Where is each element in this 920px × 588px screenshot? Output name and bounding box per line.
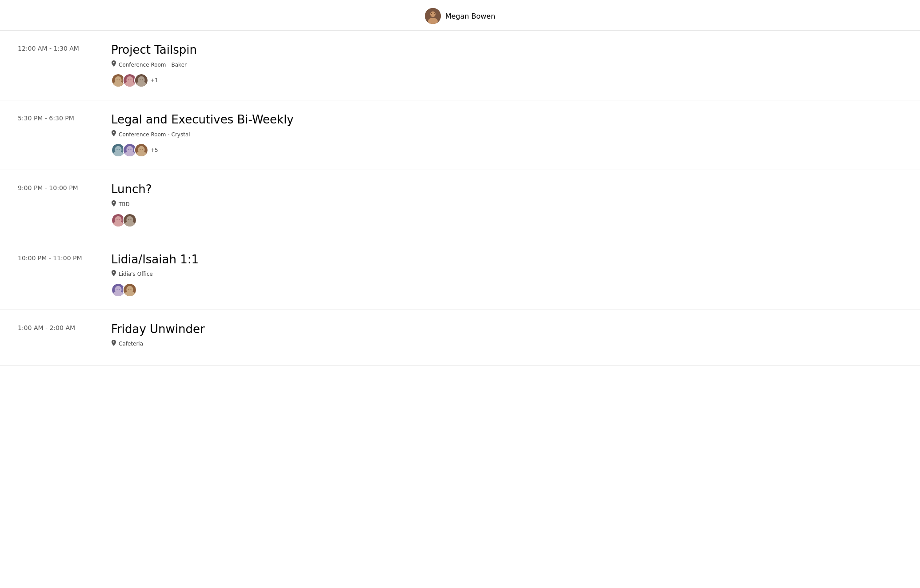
event-time: 12:00 AM - 1:30 AM [18,43,89,52]
location-pin-icon [111,270,116,278]
location-text: Conference Room - Baker [119,62,187,68]
event-location: Conference Room - Crystal [111,130,902,139]
attendee-extra-count: +5 [150,147,158,153]
avatar-group [111,283,137,297]
avatar [425,8,441,24]
svg-point-1 [430,12,436,17]
event-details: Friday Unwinder Cafeteria [111,322,902,353]
avatar-group [111,213,137,227]
attendees-group: +1 [111,73,902,87]
svg-point-39 [119,219,120,220]
event-location: Conference Room - Baker [111,60,902,69]
svg-point-44 [130,219,131,220]
event-location: Lidia's Office [111,270,902,278]
svg-point-48 [116,289,117,290]
event-title: Lidia/Isaiah 1:1 [111,253,902,266]
location-text: Conference Room - Crystal [119,131,190,138]
event-row[interactable]: 12:00 AM - 1:30 AMProject Tailspin Confe… [0,31,920,100]
event-row[interactable]: 10:00 PM - 11:00 PMLidia/Isaiah 1:1 Lidi… [0,240,920,310]
svg-point-24 [119,149,120,150]
svg-point-43 [128,219,129,220]
event-details: Lunch? TBD [111,183,902,227]
event-time: 5:30 PM - 6:30 PM [18,113,89,122]
attendee-avatar [134,143,148,157]
calendar-list: 12:00 AM - 1:30 AMProject Tailspin Confe… [0,31,920,366]
event-details: Project Tailspin Conference Room - Baker… [111,43,902,87]
event-location: Cafeteria [111,340,902,348]
svg-point-29 [130,149,131,150]
attendees-group [111,213,902,227]
svg-point-13 [128,79,129,80]
location-pin-icon [111,340,116,348]
svg-point-23 [116,149,117,150]
attendees-group: +5 [111,143,902,157]
event-title: Legal and Executives Bi-Weekly [111,113,902,127]
event-time: 10:00 PM - 11:00 PM [18,253,89,262]
attendee-avatar [123,213,137,227]
avatar-group [111,143,148,157]
svg-point-18 [140,79,140,80]
event-location: TBD [111,200,902,209]
header: Megan Bowen [0,0,920,31]
svg-point-49 [119,289,120,290]
location-pin-icon [111,130,116,139]
event-row[interactable]: 1:00 AM - 2:00 AMFriday Unwinder Cafeter… [0,310,920,366]
svg-point-53 [128,289,129,290]
location-pin-icon [111,60,116,69]
svg-point-19 [142,79,143,80]
event-title: Friday Unwinder [111,322,902,336]
event-time: 1:00 AM - 2:00 AM [18,322,89,331]
attendee-extra-count: +1 [150,77,158,83]
avatar-group [111,73,148,87]
location-text: Lidia's Office [119,271,153,277]
svg-point-34 [142,149,143,150]
attendee-avatar [134,73,148,87]
svg-point-9 [119,79,120,80]
svg-point-8 [116,79,117,80]
location-pin-icon [111,200,116,209]
svg-point-14 [130,79,131,80]
attendee-avatar [123,283,137,297]
event-row[interactable]: 9:00 PM - 10:00 PMLunch? TBD [0,170,920,240]
location-text: TBD [119,201,130,207]
event-time: 9:00 PM - 10:00 PM [18,183,89,191]
svg-point-4 [434,13,435,14]
svg-point-28 [128,149,129,150]
event-details: Legal and Executives Bi-Weekly Conferenc… [111,113,902,157]
event-details: Lidia/Isaiah 1:1 Lidia's Office [111,253,902,297]
location-text: Cafeteria [119,341,143,347]
event-title: Lunch? [111,183,902,196]
svg-point-33 [140,149,140,150]
attendees-group [111,283,902,297]
user-name: Megan Bowen [445,12,496,20]
svg-point-3 [431,13,432,14]
event-row[interactable]: 5:30 PM - 6:30 PMLegal and Executives Bi… [0,100,920,170]
svg-point-54 [130,289,131,290]
svg-point-38 [116,219,117,220]
event-title: Project Tailspin [111,43,902,57]
